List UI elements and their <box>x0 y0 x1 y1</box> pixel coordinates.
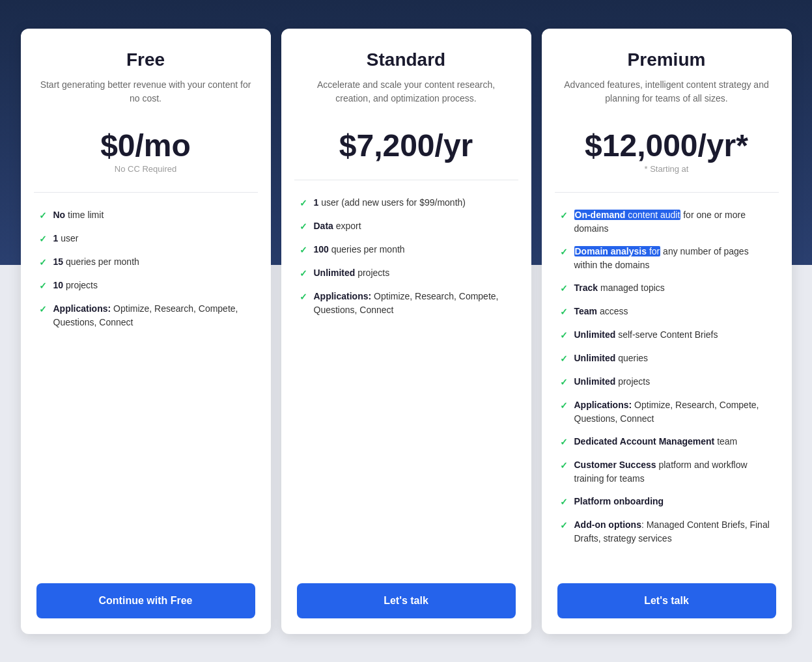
list-item: ✓ 100 queries per month <box>300 243 513 257</box>
check-icon: ✓ <box>300 220 307 234</box>
feature-text: Unlimited projects <box>314 266 390 280</box>
free-cta-button[interactable]: Continue with Free <box>36 583 255 618</box>
premium-plan-header: Premium Advanced features, intelligent c… <box>542 29 792 192</box>
list-item: ✓ Team access <box>560 305 774 319</box>
list-item: ✓ Data export <box>300 219 513 234</box>
premium-cta-button[interactable]: Let's talk <box>557 583 776 618</box>
check-icon: ✓ <box>560 376 568 389</box>
list-item: ✓ Platform onboarding <box>560 495 774 509</box>
check-icon: ✓ <box>560 352 568 366</box>
list-item: ✓ 15 queries per month <box>39 255 253 269</box>
highlight-content-audit: On-demand content audit <box>574 210 681 220</box>
feature-text: Domain analysis for any number of pages … <box>574 245 774 272</box>
premium-plan-name: Premium <box>560 49 774 70</box>
list-item: ✓ Dedicated Account Management team <box>560 435 774 449</box>
standard-plan-price: $7,200/yr <box>300 130 513 161</box>
feature-text: Customer Success platform and workflow t… <box>574 458 774 486</box>
standard-plan-header: Standard Accelerate and scale your conte… <box>281 29 531 180</box>
feature-text: 1 user <box>53 232 79 245</box>
list-item: ✓ 1 user <box>39 232 253 246</box>
list-item: ✓ Applications: Optimize, Research, Comp… <box>560 398 774 426</box>
feature-text: Applications: Optimize, Research, Compet… <box>574 398 774 426</box>
check-icon: ✓ <box>560 459 568 473</box>
check-icon: ✓ <box>300 243 307 257</box>
feature-text: 1 user (add new users for $99/month) <box>314 196 466 210</box>
free-plan-header: Free Start generating better revenue wit… <box>21 29 271 192</box>
list-item: ✓ Unlimited projects <box>300 266 513 281</box>
list-item: ✓ Applications: Optimize, Research, Comp… <box>300 290 513 317</box>
feature-text: Dedicated Account Management team <box>574 435 738 448</box>
check-icon: ✓ <box>39 209 47 223</box>
check-icon: ✓ <box>560 519 568 532</box>
check-icon: ✓ <box>39 279 47 293</box>
list-item: ✓ 10 projects <box>39 279 253 293</box>
free-plan-card: Free Start generating better revenue wit… <box>21 29 271 634</box>
list-item: ✓ Unlimited queries <box>560 352 774 366</box>
list-item: ✓ 1 user (add new users for $99/month) <box>300 196 513 210</box>
feature-text: Data export <box>314 219 361 233</box>
premium-plan-footer: Let's talk <box>542 570 792 634</box>
standard-features-list: ✓ 1 user (add new users for $99/month) ✓… <box>281 180 531 570</box>
premium-plan-price-note: * Starting at <box>560 164 774 174</box>
premium-plan-description: Advanced features, intelligent content s… <box>560 78 774 117</box>
free-plan-price-note: No CC Required <box>39 164 253 174</box>
free-plan-description: Start generating better revenue with you… <box>39 78 253 117</box>
check-icon: ✓ <box>39 303 47 316</box>
feature-text: Unlimited queries <box>574 352 649 365</box>
list-item: ✓ On-demand content audit for one or mor… <box>560 208 774 236</box>
feature-text: Add-on options: Managed Content Briefs, … <box>574 518 774 545</box>
check-icon: ✓ <box>560 305 568 319</box>
feature-text: Platform onboarding <box>574 495 664 508</box>
premium-features-list: ✓ On-demand content audit for one or mor… <box>542 193 792 570</box>
feature-text: 100 queries per month <box>314 243 405 256</box>
free-plan-name: Free <box>39 49 253 70</box>
check-icon: ✓ <box>300 290 307 304</box>
feature-text: 15 queries per month <box>53 255 139 269</box>
check-icon: ✓ <box>560 495 568 509</box>
standard-plan-description: Accelerate and scale your content resear… <box>300 78 513 117</box>
check-icon: ✓ <box>560 399 568 413</box>
check-icon: ✓ <box>560 209 568 223</box>
free-plan-footer: Continue with Free <box>21 570 271 634</box>
list-item: ✓ Unlimited projects <box>560 375 774 389</box>
free-plan-price: $0/mo <box>39 130 253 161</box>
check-icon: ✓ <box>560 245 568 259</box>
list-item: ✓ Applications: Optimize, Research, Comp… <box>39 302 253 329</box>
check-icon: ✓ <box>300 267 307 281</box>
pricing-container: Free Start generating better revenue wit… <box>16 29 797 634</box>
standard-plan-name: Standard <box>300 49 513 70</box>
premium-plan-price: $12,000/yr* <box>560 130 774 161</box>
list-item: ✓ Unlimited self-serve Content Briefs <box>560 328 774 342</box>
list-item: ✓ Track managed topics <box>560 281 774 296</box>
standard-cta-button[interactable]: Let's talk <box>297 583 516 618</box>
highlight-domain-analysis: Domain analysis for <box>574 246 661 256</box>
check-icon: ✓ <box>560 435 568 449</box>
feature-text: No time limit <box>53 208 104 222</box>
feature-text: Unlimited projects <box>574 375 651 389</box>
list-item: ✓ Domain analysis for any number of page… <box>560 245 774 272</box>
feature-text: On-demand content audit for one or more … <box>574 208 774 236</box>
feature-text: Team access <box>574 305 628 318</box>
feature-text: Unlimited self-serve Content Briefs <box>574 328 718 342</box>
check-icon: ✓ <box>39 256 47 269</box>
check-icon: ✓ <box>39 232 47 246</box>
check-icon: ✓ <box>560 282 568 296</box>
premium-plan-card: Premium Advanced features, intelligent c… <box>542 29 792 634</box>
list-item: ✓ Customer Success platform and workflow… <box>560 458 774 486</box>
check-icon: ✓ <box>560 329 568 342</box>
list-item: ✓ No time limit <box>39 208 253 223</box>
standard-plan-footer: Let's talk <box>281 570 531 634</box>
check-icon: ✓ <box>300 197 307 210</box>
feature-text: Applications: Optimize, Research, Compet… <box>53 302 253 329</box>
feature-text: Track managed topics <box>574 281 665 295</box>
list-item: ✓ Add-on options: Managed Content Briefs… <box>560 518 774 545</box>
free-features-list: ✓ No time limit ✓ 1 user ✓ 15 queries pe… <box>21 193 271 570</box>
feature-text: 10 projects <box>53 279 98 292</box>
standard-plan-card: Standard Accelerate and scale your conte… <box>281 29 531 634</box>
feature-text: Applications: Optimize, Research, Compet… <box>314 290 513 317</box>
